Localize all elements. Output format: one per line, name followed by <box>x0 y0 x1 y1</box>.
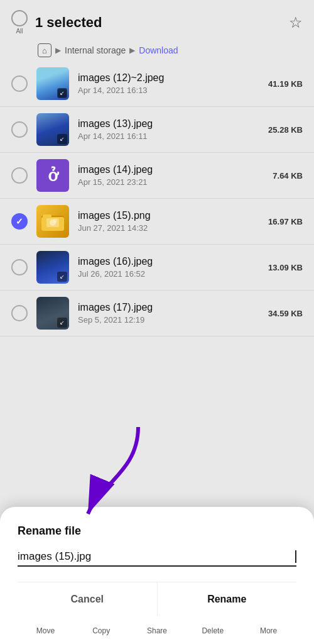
file-checkbox-4[interactable] <box>11 213 28 230</box>
text-cursor <box>295 550 296 563</box>
file-thumbnail-2: ↙ <box>36 113 69 146</box>
all-label: All <box>16 28 23 35</box>
file-date-1: Apr 14, 2021 16:13 <box>78 86 253 95</box>
breadcrumb-arrow-2: ▶ <box>129 46 135 55</box>
file-thumbnail-5: ↙ <box>36 251 69 284</box>
file-thumbnail-4 <box>36 205 69 238</box>
file-checkbox-2[interactable] <box>11 121 28 138</box>
file-info-5: images (16).jpeg Jul 26, 2021 16:52 <box>78 256 253 279</box>
file-size-1: 41.19 KB <box>262 79 303 89</box>
list-item[interactable]: ở images (14).jpeg Apr 15, 2021 23:21 7.… <box>0 153 314 199</box>
file-date-6: Sep 5, 2021 12:19 <box>78 315 253 325</box>
list-item[interactable]: ↙ images (16).jpeg Jul 26, 2021 16:52 13… <box>0 245 314 291</box>
list-item[interactable]: ↙ images (17).jpeg Sep 5, 2021 12:19 34.… <box>0 291 314 336</box>
rename-dialog: Rename file Cancel Rename Move Copy Shar… <box>0 507 314 644</box>
purple-arrow-icon <box>38 421 163 521</box>
bottom-bar-more[interactable]: More <box>241 623 296 639</box>
list-item[interactable]: images (15).png Jun 27, 2021 14:32 16.97… <box>0 199 314 245</box>
file-date-3: Apr 15, 2021 23:21 <box>78 177 253 187</box>
dialog-actions: Cancel Rename <box>18 582 296 616</box>
file-list: ↙ images (12)~2.jpeg Apr 14, 2021 16:13 … <box>0 61 314 336</box>
rename-input[interactable] <box>18 550 295 563</box>
file-name-1: images (12)~2.jpeg <box>78 72 253 84</box>
selection-count: 1 selected <box>35 14 102 31</box>
file-date-5: Jul 26, 2021 16:52 <box>78 269 253 279</box>
file-thumbnail-1: ↙ <box>36 67 69 100</box>
file-info-6: images (17).jpeg Sep 5, 2021 12:19 <box>78 302 253 325</box>
bottom-bar: Move Copy Share Delete More <box>18 619 296 644</box>
file-name-4: images (15).png <box>78 210 253 221</box>
file-info-3: images (14).jpeg Apr 15, 2021 23:21 <box>78 164 253 187</box>
bottom-bar-share[interactable]: Share <box>129 623 185 639</box>
dialog-title: Rename file <box>18 525 296 538</box>
file-checkbox-1[interactable] <box>11 75 28 92</box>
file-name-6: images (17).jpeg <box>78 302 253 313</box>
header-left: All 1 selected <box>11 10 102 35</box>
file-checkbox-5[interactable] <box>11 259 28 275</box>
bottom-bar-delete[interactable]: Delete <box>185 623 241 639</box>
cancel-button[interactable]: Cancel <box>18 582 158 616</box>
file-date-4: Jun 27, 2021 14:32 <box>78 223 253 233</box>
file-info-1: images (12)~2.jpeg Apr 14, 2021 16:13 <box>78 72 253 95</box>
file-checkbox-3[interactable] <box>11 167 28 184</box>
svg-rect-3 <box>43 214 51 218</box>
file-date-2: Apr 14, 2021 16:11 <box>78 131 253 141</box>
breadcrumb: ⌂ ▶ Internal storage ▶ Download <box>0 40 314 61</box>
file-info-4: images (15).png Jun 27, 2021 14:32 <box>78 210 253 233</box>
bottom-bar-copy[interactable]: Copy <box>73 623 129 639</box>
dialog-input-row <box>18 550 296 567</box>
header: All 1 selected ☆ <box>0 0 314 40</box>
file-size-6: 34.59 KB <box>262 309 303 318</box>
file-size-4: 16.97 KB <box>262 217 303 226</box>
select-all-checkbox[interactable] <box>11 10 28 26</box>
breadcrumb-internal-storage[interactable]: Internal storage <box>65 45 126 55</box>
file-thumbnail-6: ↙ <box>36 297 69 330</box>
file-name-5: images (16).jpeg <box>78 256 253 267</box>
file-thumbnail-3: ở <box>36 159 69 192</box>
file-info-2: images (13).jpeg Apr 14, 2021 16:11 <box>78 118 253 141</box>
star-icon[interactable]: ☆ <box>289 14 303 31</box>
rename-button[interactable]: Rename <box>158 582 297 616</box>
home-icon[interactable]: ⌂ <box>38 43 51 57</box>
file-name-3: images (14).jpeg <box>78 164 253 175</box>
svg-point-6 <box>53 219 57 223</box>
file-size-3: 7.64 KB <box>262 171 303 180</box>
breadcrumb-arrow-1: ▶ <box>55 46 61 55</box>
file-size-2: 25.28 KB <box>262 125 303 135</box>
file-name-2: images (13).jpeg <box>78 118 253 130</box>
file-size-5: 13.09 KB <box>262 263 303 272</box>
list-item[interactable]: ↙ images (12)~2.jpeg Apr 14, 2021 16:13 … <box>0 61 314 107</box>
file-checkbox-6[interactable] <box>11 305 28 321</box>
breadcrumb-download[interactable]: Download <box>139 45 178 55</box>
bottom-bar-move[interactable]: Move <box>18 623 73 639</box>
list-item[interactable]: ↙ images (13).jpeg Apr 14, 2021 16:11 25… <box>0 107 314 153</box>
